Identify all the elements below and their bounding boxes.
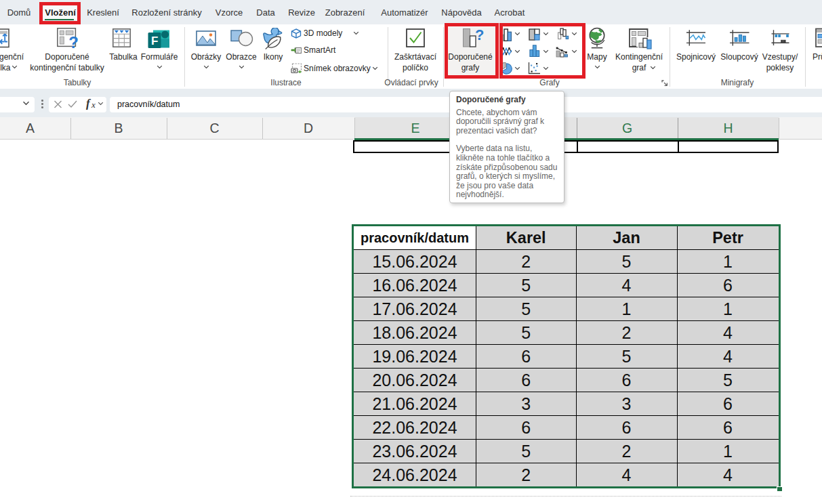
svg-text:F: F — [151, 35, 158, 47]
svg-text:?: ? — [68, 33, 79, 49]
